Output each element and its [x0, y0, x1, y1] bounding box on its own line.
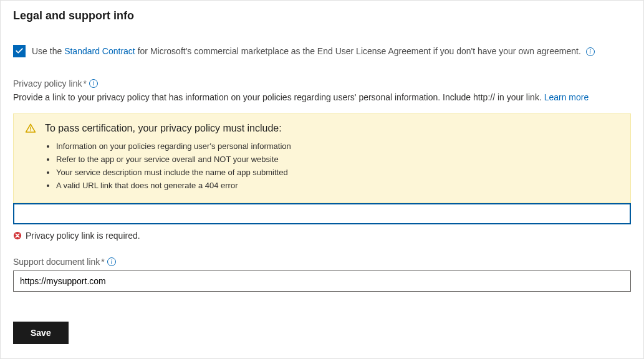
- support-document-label-text: Support document link: [13, 257, 100, 267]
- standard-contract-label: Use the Standard Contract for Microsoft'…: [32, 46, 595, 56]
- privacy-policy-error: Privacy policy link is required.: [13, 231, 631, 241]
- svg-point-1: [30, 130, 31, 132]
- warning-triangle-icon: [25, 123, 36, 134]
- privacy-policy-input[interactable]: [13, 203, 631, 224]
- info-icon[interactable]: i: [107, 257, 116, 266]
- error-icon: [13, 231, 22, 240]
- required-marker: *: [83, 79, 86, 89]
- warning-item: Your service description must include th…: [56, 168, 619, 177]
- warning-header: To pass certification, your privacy poli…: [25, 123, 619, 134]
- standard-contract-link[interactable]: Standard Contract: [64, 46, 135, 56]
- learn-more-link[interactable]: Learn more: [544, 92, 589, 102]
- support-document-input[interactable]: [13, 270, 631, 292]
- warning-item: Refer to the app or your service overall…: [56, 155, 619, 164]
- required-marker: *: [101, 257, 104, 267]
- checkmark-icon: [15, 47, 24, 55]
- warning-list: Information on your policies regarding u…: [25, 141, 619, 190]
- save-button[interactable]: Save: [13, 322, 69, 344]
- warning-title: To pass certification, your privacy poli…: [45, 123, 282, 134]
- standard-contract-checkbox[interactable]: [13, 45, 26, 57]
- standard-contract-prefix: Use the: [32, 46, 64, 56]
- privacy-policy-help-text: Provide a link to your privacy policy th…: [13, 92, 544, 102]
- support-document-group: Support document link * i: [13, 257, 631, 292]
- standard-contract-suffix: for Microsoft's commercial marketplace a…: [135, 46, 581, 56]
- info-icon[interactable]: i: [586, 47, 595, 56]
- privacy-policy-label-text: Privacy policy link: [13, 79, 82, 89]
- error-text: Privacy policy link is required.: [26, 231, 140, 241]
- section-title: Legal and support info: [13, 9, 631, 22]
- privacy-policy-label: Privacy policy link * i: [13, 79, 631, 89]
- support-document-label: Support document link * i: [13, 257, 631, 267]
- info-icon[interactable]: i: [89, 79, 98, 88]
- certification-warning: To pass certification, your privacy poli…: [13, 113, 631, 203]
- privacy-policy-help: Provide a link to your privacy policy th…: [13, 92, 631, 102]
- warning-item: A valid URL link that does not generate …: [56, 181, 619, 190]
- standard-contract-row: Use the Standard Contract for Microsoft'…: [13, 45, 631, 57]
- warning-item: Information on your policies regarding u…: [56, 141, 619, 151]
